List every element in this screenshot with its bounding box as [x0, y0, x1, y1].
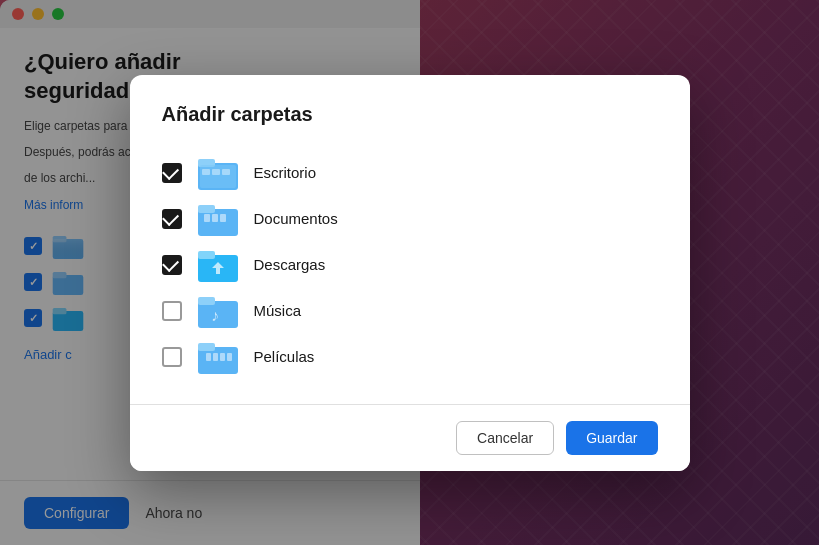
svg-rect-29: [227, 353, 232, 361]
svg-text:♪: ♪: [211, 307, 219, 324]
svg-rect-25: [198, 343, 215, 351]
modal-title: Añadir carpetas: [162, 103, 658, 126]
folder-item-descargas: Descargas: [162, 242, 658, 288]
svg-rect-19: [198, 251, 215, 259]
svg-rect-26: [206, 353, 211, 361]
svg-rect-28: [220, 353, 225, 361]
svg-rect-17: [220, 214, 226, 222]
folder-label-peliculas: Películas: [254, 348, 315, 365]
checkbox-wrapper-documentos[interactable]: [162, 209, 182, 229]
svg-rect-9: [200, 165, 236, 188]
svg-rect-11: [212, 169, 220, 175]
modal-footer: Cancelar Guardar: [130, 404, 690, 471]
cancel-button[interactable]: Cancelar: [456, 421, 554, 455]
folder-item-documentos: Documentos: [162, 196, 658, 242]
folder-icon-descargas: [198, 248, 238, 282]
folder-item-musica: ♪ Música: [162, 288, 658, 334]
folder-icon-peliculas: [198, 340, 238, 374]
checkbox-wrapper-escritorio[interactable]: [162, 163, 182, 183]
svg-rect-16: [212, 214, 218, 222]
checkbox-wrapper-descargas[interactable]: [162, 255, 182, 275]
folder-icon-documentos: [198, 202, 238, 236]
folder-icon-musica: ♪: [198, 294, 238, 328]
checkbox-descargas[interactable]: [162, 255, 182, 275]
svg-rect-14: [198, 205, 215, 213]
folder-label-descargas: Descargas: [254, 256, 326, 273]
svg-rect-27: [213, 353, 218, 361]
checkbox-wrapper-musica[interactable]: [162, 301, 182, 321]
checkbox-wrapper-peliculas[interactable]: [162, 347, 182, 367]
checkbox-peliculas[interactable]: [162, 347, 182, 367]
folder-label-escritorio: Escritorio: [254, 164, 317, 181]
save-button[interactable]: Guardar: [566, 421, 657, 455]
folder-item-escritorio: Escritorio: [162, 150, 658, 196]
checkbox-documentos[interactable]: [162, 209, 182, 229]
folder-icon-escritorio: [198, 156, 238, 190]
folder-list: Escritorio Documentos: [162, 150, 658, 380]
svg-rect-22: [198, 297, 215, 305]
modal-content: Añadir carpetas Escritor: [130, 75, 690, 404]
svg-rect-12: [222, 169, 230, 175]
svg-rect-15: [204, 214, 210, 222]
checkbox-musica[interactable]: [162, 301, 182, 321]
checkbox-escritorio[interactable]: [162, 163, 182, 183]
svg-rect-10: [202, 169, 210, 175]
svg-rect-13: [198, 209, 238, 236]
add-folders-modal: Añadir carpetas Escritor: [130, 75, 690, 471]
folder-label-musica: Música: [254, 302, 302, 319]
folder-label-documentos: Documentos: [254, 210, 338, 227]
folder-item-peliculas: Películas: [162, 334, 658, 380]
svg-rect-24: [198, 347, 238, 374]
